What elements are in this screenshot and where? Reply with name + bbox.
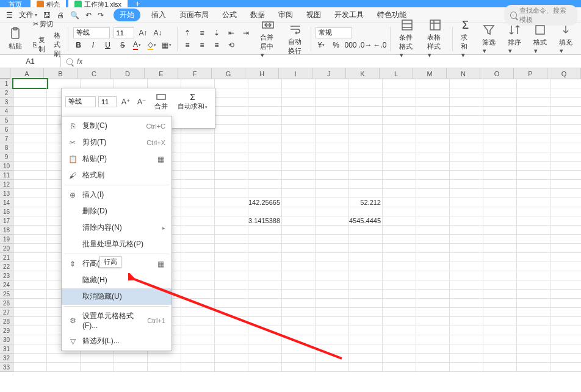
cell-G19[interactable] [215,235,248,243]
tab-dev[interactable]: 开发工具 [332,9,366,21]
cell-P5[interactable] [517,116,550,124]
cell-M17[interactable] [416,216,450,225]
col-header-J[interactable]: J [312,68,346,79]
cell-G20[interactable] [215,244,248,252]
cell-N27[interactable] [450,308,483,316]
cell-H21[interactable] [248,253,282,262]
cell-P9[interactable] [517,152,550,161]
border-button[interactable]: ▦▾ [161,40,172,51]
paste-button[interactable]: 粘贴 [5,26,26,52]
cell-M31[interactable] [416,344,450,353]
ctx-hide[interactable]: 隐藏(H) [62,272,171,288]
cell-A11[interactable] [13,171,47,179]
cell-Q16[interactable] [550,207,581,216]
col-header-B[interactable]: B [44,68,78,79]
col-header-N[interactable]: N [447,68,480,79]
cell-L24[interactable] [383,280,416,289]
cell-N19[interactable] [450,235,483,243]
tab-workbook[interactable]: 工作簿1.xlsx [68,0,128,7]
new-tab-button[interactable]: + [130,0,145,7]
cell-L33[interactable] [383,363,416,371]
cell-J31[interactable] [316,344,349,353]
cell-L10[interactable] [383,162,416,170]
cell-H16[interactable] [248,207,282,216]
cell-I3[interactable] [282,98,316,106]
row-header-31[interactable]: 31 [0,344,13,354]
cell-P24[interactable] [517,280,550,289]
cell-G31[interactable] [215,344,248,353]
cell-I5[interactable] [282,116,316,124]
cell-A30[interactable] [13,335,47,344]
cell-M21[interactable] [416,253,450,262]
cell-L1[interactable] [383,79,416,88]
cell-M19[interactable] [416,235,450,243]
col-header-Q[interactable]: Q [547,68,581,79]
cell-I16[interactable] [282,207,316,216]
row-header-10[interactable]: 10 [0,162,13,171]
mini-font-inc[interactable]: A⁺ [119,96,132,108]
cell-L27[interactable] [383,308,416,316]
cell-L21[interactable] [383,253,416,262]
ctx-batch[interactable]: 批量处理单元格(P) [62,236,171,252]
cell-Q33[interactable] [550,363,581,371]
cell-K28[interactable] [349,317,383,326]
cell-M10[interactable] [416,162,450,170]
cell-A16[interactable] [13,207,47,216]
cell-Q19[interactable] [550,235,581,243]
cell-J11[interactable] [316,171,349,179]
cell-K5[interactable] [349,116,383,124]
orientation[interactable]: ⟲ [226,40,237,51]
undo-icon[interactable]: ↶ [83,10,94,21]
ctx-copy[interactable]: ⎘复制(C)Ctrl+C [62,118,171,134]
cell-O20[interactable] [483,244,517,252]
cell-L20[interactable] [383,244,416,252]
cell-F1[interactable] [181,79,215,88]
cell-H32[interactable] [248,354,282,362]
align-right[interactable]: ≡ [211,40,222,51]
cell-H4[interactable] [248,107,282,115]
cell-O29[interactable] [483,326,517,335]
cell-K16[interactable] [349,207,383,216]
cell-P30[interactable] [517,335,550,344]
row-header-19[interactable]: 19 [0,235,13,244]
cell-F18[interactable] [181,226,215,234]
cell-P27[interactable] [517,308,550,316]
cell-J7[interactable] [316,134,349,143]
cell-J13[interactable] [316,189,349,198]
cell-Q12[interactable] [550,180,581,188]
cell-N33[interactable] [450,363,483,371]
italic-button[interactable]: I [88,40,99,51]
col-header-E[interactable]: E [145,68,178,79]
align-bot[interactable]: ⇣ [211,27,222,38]
cell-G6[interactable] [215,125,248,134]
cell-G5[interactable] [215,116,248,124]
fill-button[interactable]: 填充▾ [555,22,576,56]
cell-I33[interactable] [282,363,316,371]
cell-L5[interactable] [383,116,416,124]
cell-Q30[interactable] [550,335,581,344]
merge-button[interactable]: 合并居中▾ [256,17,280,60]
cell-O11[interactable] [483,171,517,179]
ctx-delete[interactable]: 删除(D) [62,203,171,219]
cell-P33[interactable] [517,363,550,371]
cell-N7[interactable] [450,134,483,143]
cell-H25[interactable] [248,290,282,298]
cell-L31[interactable] [383,344,416,353]
cell-G25[interactable] [215,290,248,298]
cell-A7[interactable] [13,134,47,143]
cell-G9[interactable] [215,152,248,161]
cell-M14[interactable] [416,198,450,207]
cell-L18[interactable] [383,226,416,234]
sum-button[interactable]: Σ求和▾ [457,18,474,60]
cell-A9[interactable] [13,152,47,161]
cell-I4[interactable] [282,107,316,115]
cell-A19[interactable] [13,235,47,243]
cell-M9[interactable] [416,152,450,161]
cell-C32[interactable] [81,354,114,362]
cell-P7[interactable] [517,134,550,143]
cell-I11[interactable] [282,171,316,179]
row-header-8[interactable]: 8 [0,143,13,152]
col-header-G[interactable]: G [212,68,245,79]
cell-A21[interactable] [13,253,47,262]
cell-G18[interactable] [215,226,248,234]
